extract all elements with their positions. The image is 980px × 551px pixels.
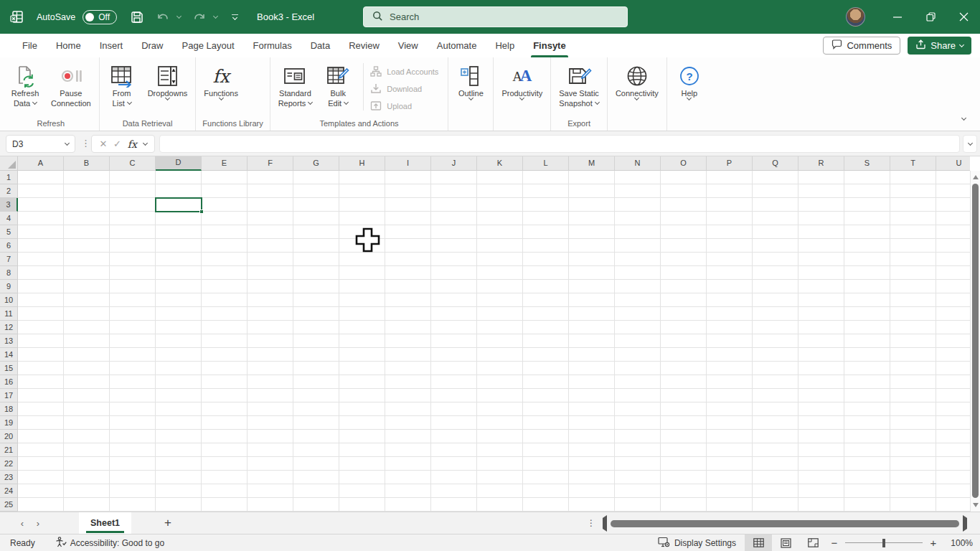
zoom-level-button[interactable]: 100% bbox=[941, 538, 973, 548]
page-break-preview-button[interactable] bbox=[799, 534, 826, 551]
redo-button[interactable] bbox=[192, 11, 207, 24]
new-sheet-button[interactable]: + bbox=[159, 514, 177, 532]
name-box-splitter[interactable]: ⋮ bbox=[81, 138, 90, 149]
row-header-1[interactable]: 1 bbox=[0, 171, 18, 184]
column-header-R[interactable]: R bbox=[798, 156, 844, 171]
display-settings-button[interactable]: Display Settings bbox=[649, 534, 745, 551]
autosave-toggle[interactable]: Off bbox=[83, 10, 117, 24]
column-header-D[interactable]: D bbox=[156, 156, 202, 171]
column-header-P[interactable]: P bbox=[707, 156, 753, 171]
upload-button[interactable]: Upload bbox=[370, 99, 438, 113]
column-header-S[interactable]: S bbox=[844, 156, 890, 171]
zoom-out-button[interactable]: − bbox=[826, 537, 842, 549]
zoom-slider[interactable] bbox=[845, 542, 923, 544]
column-header-T[interactable]: T bbox=[890, 156, 936, 171]
row-header-9[interactable]: 9 bbox=[0, 280, 18, 293]
save-static-snapshot-button[interactable]: Save StaticSnapshot bbox=[553, 60, 605, 118]
row-header-22[interactable]: 22 bbox=[0, 457, 18, 471]
insert-function-icon[interactable]: fx bbox=[128, 138, 137, 150]
column-header-Q[interactable]: Q bbox=[753, 156, 798, 171]
productivity-button[interactable]: AAProductivity bbox=[496, 60, 548, 118]
refresh-data-button[interactable]: RefreshData bbox=[5, 60, 45, 118]
column-header-M[interactable]: M bbox=[569, 156, 615, 171]
insert-function-chevron[interactable] bbox=[143, 140, 148, 145]
cancel-icon[interactable]: ✕ bbox=[99, 138, 107, 149]
bulk-edit-button[interactable]: BulkEdit bbox=[318, 60, 358, 118]
row-header-10[interactable]: 10 bbox=[0, 293, 18, 307]
row-header-11[interactable]: 11 bbox=[0, 307, 18, 321]
collapse-ribbon-button[interactable] bbox=[959, 108, 969, 125]
search-box[interactable] bbox=[363, 6, 628, 27]
normal-view-button[interactable] bbox=[745, 534, 772, 551]
row-header-12[interactable]: 12 bbox=[0, 321, 18, 334]
column-header-K[interactable]: K bbox=[477, 156, 523, 171]
column-header-I[interactable]: I bbox=[385, 156, 431, 171]
save-button[interactable] bbox=[130, 10, 144, 24]
row-header-2[interactable]: 2 bbox=[0, 184, 18, 198]
row-header-6[interactable]: 6 bbox=[0, 239, 18, 253]
enter-icon[interactable]: ✓ bbox=[113, 138, 121, 149]
close-button[interactable] bbox=[947, 0, 980, 34]
column-header-B[interactable]: B bbox=[64, 156, 110, 171]
row-header-20[interactable]: 20 bbox=[0, 430, 18, 443]
row-header-16[interactable]: 16 bbox=[0, 375, 18, 389]
previous-sheet-arrow[interactable]: ‹ bbox=[14, 514, 30, 532]
column-header-N[interactable]: N bbox=[615, 156, 661, 171]
ribbon-tab-review[interactable]: Review bbox=[339, 34, 389, 57]
column-header-O[interactable]: O bbox=[661, 156, 707, 171]
zoom-in-button[interactable]: + bbox=[925, 537, 941, 549]
share-button[interactable]: Share bbox=[908, 37, 971, 55]
zoom-slider-handle[interactable] bbox=[882, 539, 885, 547]
row-header-13[interactable]: 13 bbox=[0, 334, 18, 348]
ribbon-tab-file[interactable]: File bbox=[13, 34, 47, 57]
column-header-C[interactable]: C bbox=[110, 156, 156, 171]
from-list-button[interactable]: FromList bbox=[102, 60, 142, 118]
ribbon-tab-data[interactable]: Data bbox=[301, 34, 339, 57]
vertical-scrollbar-thumb[interactable] bbox=[972, 184, 979, 498]
row-header-8[interactable]: 8 bbox=[0, 266, 18, 280]
cells-area[interactable] bbox=[18, 171, 970, 512]
help-button[interactable]: ?Help bbox=[669, 60, 710, 118]
column-header-E[interactable]: E bbox=[202, 156, 248, 171]
column-header-L[interactable]: L bbox=[523, 156, 569, 171]
scroll-up-arrow[interactable] bbox=[971, 172, 980, 182]
minimize-button[interactable] bbox=[881, 0, 914, 34]
column-header-G[interactable]: G bbox=[293, 156, 339, 171]
redo-dropdown-chevron[interactable] bbox=[213, 13, 218, 18]
column-header-J[interactable]: J bbox=[431, 156, 477, 171]
connectivity-button[interactable]: Connectivity bbox=[610, 60, 664, 118]
functions-button[interactable]: fxFunctions bbox=[198, 60, 244, 118]
row-header-25[interactable]: 25 bbox=[0, 498, 18, 512]
row-header-18[interactable]: 18 bbox=[0, 402, 18, 416]
search-input[interactable] bbox=[390, 11, 590, 22]
pause-connection-button[interactable]: PauseConnection bbox=[45, 60, 97, 118]
column-header-F[interactable]: F bbox=[248, 156, 293, 171]
standard-reports-button[interactable]: StandardReports bbox=[273, 60, 319, 118]
sheet-tab-sheet1[interactable]: Sheet1 bbox=[79, 512, 131, 534]
ribbon-tab-help[interactable]: Help bbox=[486, 34, 524, 57]
ribbon-tab-draw[interactable]: Draw bbox=[132, 34, 172, 57]
row-header-24[interactable]: 24 bbox=[0, 484, 18, 498]
ribbon-tab-page-layout[interactable]: Page Layout bbox=[173, 34, 244, 57]
vertical-scrollbar[interactable] bbox=[970, 171, 980, 512]
restore-button[interactable] bbox=[914, 0, 947, 34]
row-header-17[interactable]: 17 bbox=[0, 389, 18, 402]
ribbon-tab-home[interactable]: Home bbox=[47, 34, 90, 57]
tab-bar-splitter[interactable]: ⋮ bbox=[587, 518, 595, 528]
row-header-23[interactable]: 23 bbox=[0, 471, 18, 484]
row-header-5[interactable]: 5 bbox=[0, 225, 18, 239]
horizontal-scrollbar[interactable] bbox=[601, 519, 969, 528]
scroll-down-arrow[interactable] bbox=[971, 500, 980, 510]
expand-formula-bar-button[interactable] bbox=[963, 135, 977, 153]
row-header-3[interactable]: 3 bbox=[0, 198, 18, 212]
accessibility-status-button[interactable]: Accessibility: Good to go bbox=[55, 537, 164, 550]
row-header-15[interactable]: 15 bbox=[0, 362, 18, 375]
row-header-21[interactable]: 21 bbox=[0, 443, 18, 457]
row-header-4[interactable]: 4 bbox=[0, 212, 18, 225]
formula-input[interactable] bbox=[159, 135, 960, 153]
name-box[interactable]: D3 bbox=[6, 135, 75, 153]
undo-dropdown-chevron[interactable] bbox=[176, 13, 182, 18]
ribbon-tab-finsyte[interactable]: Finsyte bbox=[524, 34, 575, 57]
ribbon-tab-view[interactable]: View bbox=[389, 34, 428, 57]
undo-button[interactable] bbox=[156, 11, 170, 24]
